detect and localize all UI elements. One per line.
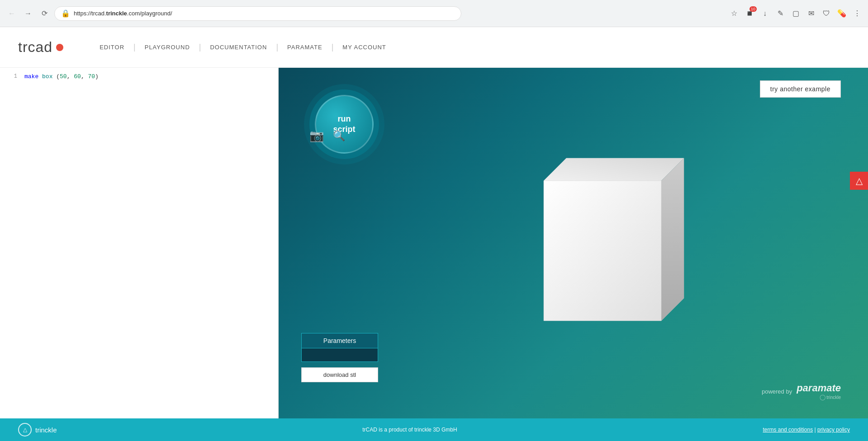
terms-link[interactable]: terms and conditions [763, 427, 813, 433]
code-arg-3: 70 [88, 73, 95, 80]
security-icon: 🔒 [60, 8, 71, 19]
code-arg-1: 50 [60, 73, 67, 80]
viewport-icons: 📷 🔍 [309, 129, 345, 143]
parameters-label: Parameters [301, 333, 378, 348]
logo-text: trcad [18, 39, 52, 56]
warning-icon[interactable]: △ [850, 172, 868, 190]
page-wrapper: trcad EDITOR | PLAYGROUND | DOCUMENTATIO… [0, 27, 868, 441]
puzzle-icon[interactable]: ▢ [790, 8, 801, 19]
try-another-example-button[interactable]: try another example [760, 80, 841, 98]
footer-right: terms and conditions | privacy policy [763, 427, 850, 433]
address-bar[interactable]: 🔒 https://trcad.trinckle.com/playground/ [54, 6, 461, 21]
zoom-icon[interactable]: 🔍 [333, 130, 345, 142]
mail-icon[interactable]: ✉ [806, 8, 816, 19]
site-header: trcad EDITOR | PLAYGROUND | DOCUMENTATIO… [0, 27, 868, 68]
line-number-1: 1 [4, 73, 17, 80]
download-icon[interactable]: ↓ [759, 8, 770, 19]
code-keyword-make: make [24, 73, 38, 80]
main-nav: EDITOR | PLAYGROUND | DOCUMENTATION | PA… [90, 42, 395, 52]
footer-center-text: trCAD is a product of trinckle 3D GmbH [362, 427, 457, 433]
powered-by-area: powered by paramate ◯ trinckle [762, 382, 841, 400]
address-url: https://trcad.trinckle.com/playground/ [74, 10, 172, 17]
footer-sep: | [815, 427, 816, 433]
viewport-panel: run script try another example 📷 🔍 [279, 68, 868, 418]
logo-area: trcad [18, 39, 63, 56]
forward-button[interactable]: → [22, 7, 34, 20]
powered-brand-name: paramate [797, 382, 841, 394]
parameters-panel: Parameters download stl [301, 333, 378, 382]
nav-my-account[interactable]: MY ACCOUNT [333, 44, 395, 51]
3d-box-container [517, 140, 688, 332]
reload-button[interactable]: ⟳ [38, 7, 51, 20]
footer-logo-icon: △ [18, 423, 32, 436]
privacy-link[interactable]: privacy policy [817, 427, 850, 433]
svg-marker-2 [661, 158, 684, 321]
parameters-input-area[interactable] [301, 348, 378, 362]
3d-box-svg [517, 140, 688, 330]
pen-icon[interactable]: ✎ [775, 8, 786, 19]
shield-icon[interactable]: 🛡 [821, 8, 832, 19]
svg-marker-0 [544, 181, 661, 321]
extensions-icon[interactable]: ◾ 10 [744, 8, 755, 19]
screenshot-icon[interactable]: 📷 [309, 129, 324, 143]
svg-marker-1 [544, 158, 684, 181]
site-footer: △ trinckle trCAD is a product of trinckl… [0, 418, 868, 441]
nav-paramate[interactable]: PARAMATE [278, 44, 332, 51]
star-icon[interactable]: ☆ [729, 8, 740, 19]
guard-icon[interactable]: 💊 [836, 8, 847, 19]
code-arg-2: 60 [74, 73, 81, 80]
menu-icon[interactable]: ⋮ [852, 8, 863, 19]
powered-brand-area: paramate ◯ trinckle [797, 382, 841, 400]
logo-dot [56, 44, 63, 51]
footer-logo: △ trinckle [18, 423, 57, 436]
code-function-box: box [42, 73, 52, 80]
editor-panel[interactable]: 1 make box ( 50 , 60 , 70 ) [0, 68, 279, 418]
powered-by-label: powered by [762, 388, 792, 395]
footer-logo-text: trinckle [35, 426, 57, 434]
browser-toolbar-right: ☆ ◾ 10 ↓ ✎ ▢ ✉ 🛡 💊 ⋮ [729, 8, 863, 19]
powered-brand-sub: ◯ trinckle [797, 394, 841, 400]
back-button[interactable]: ← [5, 7, 18, 20]
browser-chrome: ← → ⟳ 🔒 https://trcad.trinckle.com/playg… [0, 0, 868, 27]
code-line-1: 1 make box ( 50 , 60 , 70 ) [0, 71, 278, 81]
content-area: 1 make box ( 50 , 60 , 70 ) run script t [0, 68, 868, 418]
nav-editor[interactable]: EDITOR [90, 44, 133, 51]
run-script-button[interactable]: run script [315, 95, 374, 154]
nav-documentation[interactable]: DOCUMENTATION [201, 44, 276, 51]
nav-playground[interactable]: PLAYGROUND [136, 44, 199, 51]
download-stl-button[interactable]: download stl [301, 367, 378, 382]
